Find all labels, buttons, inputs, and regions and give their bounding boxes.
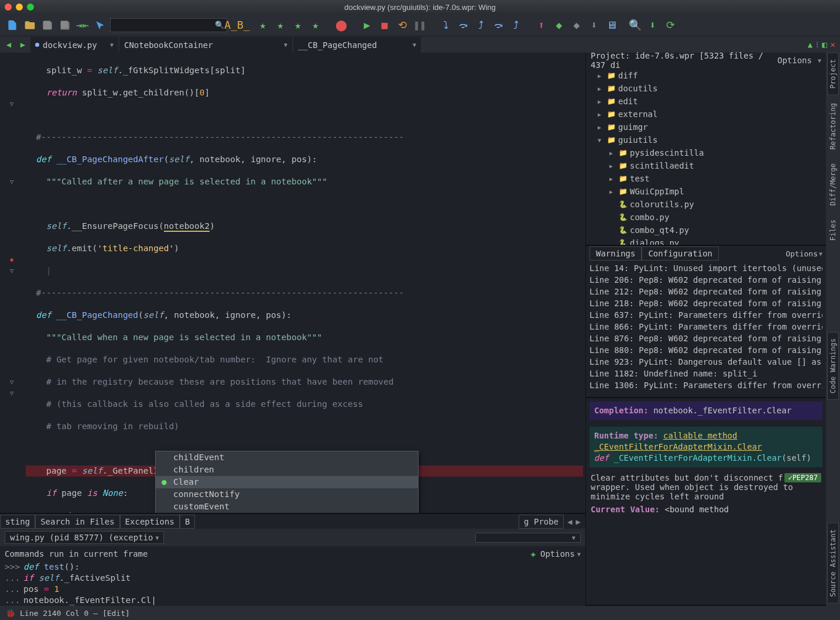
chevron-down-icon[interactable]: ▼	[818, 57, 821, 64]
bookmark-next-icon[interactable]: ★	[290, 18, 306, 33]
close-tab-icon[interactable]: ✕	[831, 40, 835, 49]
warning-item[interactable]: Line 1182: Undefined name: split_i	[589, 368, 822, 379]
tree-row[interactable]: 🐍colorutils.py	[586, 198, 826, 211]
refresh-icon[interactable]: ⟳	[663, 18, 678, 33]
save-all-icon[interactable]	[57, 18, 73, 33]
tab-nav-left-icon[interactable]: ◀	[567, 517, 572, 526]
toolbar-search[interactable]: 🔍	[110, 18, 227, 32]
tree-row[interactable]: ▶📁pysidescintilla	[586, 146, 826, 159]
indent-icon[interactable]: ⇥⇤	[75, 18, 90, 33]
vtab-refactoring[interactable]: Refactoring	[827, 97, 839, 156]
tree-row[interactable]: ▶📁edit	[586, 95, 826, 108]
monitor-icon[interactable]: 🖥	[604, 18, 619, 33]
warning-item[interactable]: Line 14: PyLint: Unused import itertools…	[589, 262, 822, 274]
chevron-down-icon[interactable]: ▼	[413, 42, 416, 48]
tree-row[interactable]: ▶📁guimgr	[586, 121, 826, 133]
add-icon[interactable]: ✚	[531, 549, 536, 559]
warning-item[interactable]: Line 876: Pep8: W602 deprecated form of …	[589, 333, 822, 344]
project-options-button[interactable]: Options	[777, 56, 812, 65]
tree-row[interactable]: ▼📁guiutils	[586, 133, 826, 146]
bottom-options-button[interactable]: Options	[540, 549, 575, 559]
split-icon[interactable]: ◧	[822, 40, 827, 49]
debug-repl[interactable]: >>>def test():... if self._fActiveSplit.…	[0, 561, 585, 606]
frame-down-icon[interactable]: ⬇	[587, 18, 602, 33]
autocomplete-item[interactable]: childEvent	[156, 451, 418, 464]
editor-gutter[interactable]: ▽ ▽ ◆ ▽ ▽▽	[0, 53, 23, 513]
tab-testing[interactable]: sting	[0, 515, 35, 529]
chevron-down-icon[interactable]: ▼	[110, 42, 114, 48]
nav-back-icon[interactable]: ◀	[2, 36, 15, 53]
tree-row[interactable]: 🐍combo.py	[586, 211, 826, 224]
step-return-icon[interactable]: ⤴	[508, 18, 523, 33]
bug-icon[interactable]: 🐞	[6, 609, 15, 618]
tab-nav-right-icon[interactable]: ▶	[576, 517, 581, 526]
vtab-source-assistant[interactable]: Source Assistant	[827, 523, 839, 604]
code-editor[interactable]: ▽ ▽ ◆ ▽ ▽▽ split_w = self._fGtkSplitWidg…	[0, 53, 585, 513]
warning-item[interactable]: Line 212: Pep8: W602 deprecated form of …	[589, 286, 822, 297]
vtab-code-warnings[interactable]: Code Warnings	[827, 332, 839, 400]
replace-icon[interactable]: A̲B̲	[229, 18, 245, 33]
breakpoint-icon[interactable]: ⬤	[334, 18, 349, 33]
warnings-options-button[interactable]: Options	[786, 249, 818, 258]
open-file-icon[interactable]	[22, 18, 37, 33]
step-over-icon[interactable]: ⤼	[455, 18, 471, 33]
warning-item[interactable]: Line 923: PyLint: Dangerous default valu…	[589, 356, 822, 368]
debug-stop-icon[interactable]: ■	[377, 18, 392, 33]
new-file-icon[interactable]	[5, 18, 20, 33]
method-crumb[interactable]: __CB_PageChanged ▼	[293, 36, 421, 53]
cursor-icon[interactable]	[92, 18, 108, 33]
tab-configuration[interactable]: Configuration	[642, 246, 719, 261]
project-tree[interactable]: ▶📁diff▶📁docutils▶📁edit▶📁external▶📁guimgr…	[586, 68, 826, 245]
search-tool-icon[interactable]: 🔍	[628, 18, 643, 33]
tab-debug-probe[interactable]: g Probe	[519, 515, 564, 529]
tree-row[interactable]: ▶📁scintillaedit	[586, 159, 826, 172]
autocomplete-popup[interactable]: childEventchildrenClearconnectNotifycust…	[155, 451, 419, 513]
autocomplete-item[interactable]: connectNotify	[156, 488, 418, 501]
autocomplete-item[interactable]: Clear	[156, 476, 418, 488]
repl-line[interactable]: ... pos = 1	[5, 584, 581, 595]
search-icon[interactable]: 🔍	[215, 20, 224, 29]
bookmark-add-icon[interactable]: ★	[255, 18, 270, 33]
chevron-down-icon[interactable]: ▼	[284, 42, 287, 48]
frame-nav2-icon[interactable]: ◆	[569, 18, 584, 33]
debug-pause-icon[interactable]: ❚❚	[412, 18, 427, 33]
vtab-files[interactable]: Files	[827, 213, 839, 247]
vtab-diff-merge[interactable]: Diff/Merge	[827, 157, 839, 212]
warning-item[interactable]: Line 880: Pep8: W602 deprecated form of …	[589, 344, 822, 356]
frame-up-icon[interactable]: ⬆	[534, 18, 549, 33]
code-content[interactable]: split_w = self._fGtkSplitWidgets[split] …	[23, 53, 585, 513]
tree-row[interactable]: ▶📁WGuiCppImpl	[586, 185, 826, 198]
nav-fwd-icon[interactable]: ▶	[16, 36, 29, 53]
bookmark-prev-icon[interactable]: ★	[273, 18, 288, 33]
tab-warnings[interactable]: Warnings	[589, 246, 642, 261]
warnings-list[interactable]: Line 14: PyLint: Unused import itertools…	[586, 261, 826, 397]
save-icon[interactable]	[40, 18, 55, 33]
class-crumb[interactable]: CNotebookContainer ▼	[119, 36, 292, 53]
tree-row[interactable]: 🐍dialogs.py	[586, 237, 826, 245]
frame-nav-icon[interactable]: ◆	[551, 18, 567, 33]
debug-process-select[interactable]: wing.py (pid 85777) (exceptio ▼	[5, 531, 164, 544]
step-into-icon[interactable]: ⤵	[438, 18, 453, 33]
warning-item[interactable]: Line 637: PyLint: Parameters differ from…	[589, 309, 822, 321]
tab-exceptions[interactable]: Exceptions	[120, 515, 180, 529]
debug-restart-icon[interactable]: ⟲	[395, 18, 410, 33]
warning-item[interactable]: Line 218: Pep8: W602 deprecated form of …	[589, 297, 822, 309]
bookmark-list-icon[interactable]: ★	[308, 18, 323, 33]
autocomplete-item[interactable]: children	[156, 464, 418, 476]
debug-run-icon[interactable]: ▶	[359, 18, 375, 33]
warning-item[interactable]: Line 866: PyLint: Parameters differ from…	[589, 321, 822, 333]
warning-item[interactable]: Line 206: Pep8: W602 deprecated form of …	[589, 274, 822, 286]
warning-icon[interactable]: ▲	[808, 40, 812, 49]
tree-row[interactable]: ▶📁docutils	[586, 82, 826, 95]
tree-row[interactable]: ▶📁test	[586, 172, 826, 185]
chevron-down-icon[interactable]: ▼	[577, 551, 581, 557]
repl-line[interactable]: >>>def test():	[5, 561, 581, 573]
frame-select[interactable]: ▼	[475, 533, 581, 543]
tree-row[interactable]: ▶📁external	[586, 108, 826, 121]
options-icon[interactable]: ⁝	[816, 40, 818, 49]
chevron-down-icon[interactable]: ▼	[819, 251, 822, 257]
tree-row[interactable]: ▶📁diff	[586, 69, 826, 82]
tab-search-in-files[interactable]: Search in Files	[35, 515, 119, 529]
step-over2-icon[interactable]: ⤼	[491, 18, 506, 33]
download-icon[interactable]: ⬇	[645, 18, 660, 33]
